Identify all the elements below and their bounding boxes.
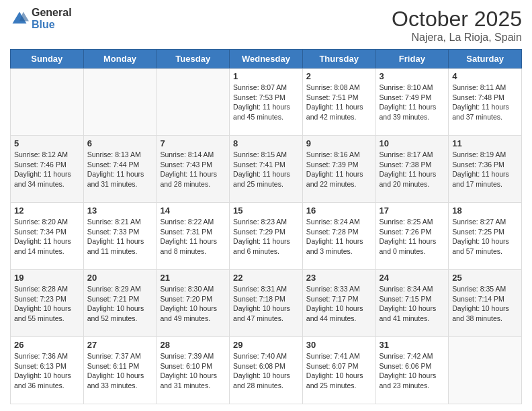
calendar-cell: 13Sunrise: 8:21 AMSunset: 7:33 PMDayligh… (83, 203, 157, 270)
daylight-text: Daylight: 11 hours and 31 minutes. (87, 170, 144, 188)
sunset-text: Sunset: 7:25 PM (452, 228, 504, 236)
day-number: 18 (452, 205, 518, 216)
sunrise-text: Sunrise: 8:07 AM (233, 83, 287, 91)
daylight-text: Daylight: 10 hours and 23 minutes. (380, 371, 437, 390)
sunrise-text: Sunrise: 8:35 AM (452, 285, 506, 293)
day-info: Sunrise: 7:39 AMSunset: 6:10 PMDaylight:… (160, 351, 226, 391)
calendar-weekday-sunday: Sunday (11, 50, 84, 68)
sunset-text: Sunset: 7:26 PM (380, 228, 432, 236)
day-info: Sunrise: 7:41 AMSunset: 6:07 PMDaylight:… (306, 351, 372, 391)
day-info: Sunrise: 7:40 AMSunset: 6:08 PMDaylight:… (233, 351, 299, 391)
sunset-text: Sunset: 7:44 PM (87, 161, 140, 169)
calendar-table: SundayMondayTuesdayWednesdayThursdayFrid… (10, 49, 522, 404)
daylight-text: Daylight: 10 hours and 49 minutes. (160, 304, 217, 322)
day-info: Sunrise: 8:27 AMSunset: 7:25 PMDaylight:… (452, 217, 518, 257)
day-info: Sunrise: 8:20 AMSunset: 7:34 PMDaylight:… (14, 217, 80, 257)
calendar-week-row: 19Sunrise: 8:28 AMSunset: 7:23 PMDayligh… (11, 270, 522, 337)
calendar-cell: 12Sunrise: 8:20 AMSunset: 7:34 PMDayligh… (11, 203, 84, 270)
calendar-cell (449, 337, 522, 404)
calendar-week-row: 1Sunrise: 8:07 AMSunset: 7:53 PMDaylight… (11, 68, 522, 136)
sunset-text: Sunset: 7:49 PM (380, 93, 432, 101)
day-number: 6 (87, 138, 153, 148)
daylight-text: Daylight: 11 hours and 28 minutes. (160, 170, 217, 188)
sunrise-text: Sunrise: 8:14 AM (160, 150, 214, 158)
sunrise-text: Sunrise: 8:13 AM (87, 150, 141, 158)
day-number: 16 (306, 205, 372, 216)
calendar-cell: 29Sunrise: 7:40 AMSunset: 6:08 PMDayligh… (230, 337, 303, 404)
calendar-cell: 10Sunrise: 8:17 AMSunset: 7:38 PMDayligh… (375, 136, 449, 203)
calendar-cell: 31Sunrise: 7:42 AMSunset: 6:06 PMDayligh… (375, 337, 449, 404)
calendar-weekday-saturday: Saturday (449, 50, 522, 68)
day-info: Sunrise: 8:29 AMSunset: 7:21 PMDaylight:… (87, 284, 153, 324)
sunset-text: Sunset: 7:38 PM (380, 161, 432, 169)
daylight-text: Daylight: 10 hours and 44 minutes. (306, 304, 363, 322)
day-number: 1 (233, 71, 299, 81)
daylight-text: Daylight: 11 hours and 14 minutes. (14, 237, 71, 255)
day-number: 7 (160, 138, 226, 148)
calendar-cell (11, 68, 84, 136)
day-info: Sunrise: 7:42 AMSunset: 6:06 PMDaylight:… (380, 351, 445, 391)
day-info: Sunrise: 7:36 AMSunset: 6:13 PMDaylight:… (14, 351, 80, 391)
daylight-text: Daylight: 11 hours and 3 minutes. (306, 237, 363, 255)
calendar-week-row: 12Sunrise: 8:20 AMSunset: 7:34 PMDayligh… (11, 203, 522, 270)
sunrise-text: Sunrise: 8:11 AM (452, 83, 506, 91)
day-info: Sunrise: 8:12 AMSunset: 7:46 PMDaylight:… (14, 150, 80, 189)
day-info: Sunrise: 8:22 AMSunset: 7:31 PMDaylight:… (160, 217, 226, 257)
calendar-cell: 22Sunrise: 8:31 AMSunset: 7:18 PMDayligh… (230, 270, 303, 337)
sunset-text: Sunset: 7:33 PM (87, 228, 140, 236)
sunrise-text: Sunrise: 8:28 AM (14, 285, 68, 293)
day-info: Sunrise: 8:34 AMSunset: 7:15 PMDaylight:… (380, 284, 445, 324)
calendar-cell: 21Sunrise: 8:30 AMSunset: 7:20 PMDayligh… (157, 270, 230, 337)
calendar-cell: 11Sunrise: 8:19 AMSunset: 7:36 PMDayligh… (449, 136, 522, 203)
title-block: October 2025 Najera, La Rioja, Spain (392, 7, 522, 44)
sunrise-text: Sunrise: 8:27 AM (452, 218, 506, 226)
sunset-text: Sunset: 7:36 PM (452, 161, 504, 169)
calendar-cell: 28Sunrise: 7:39 AMSunset: 6:10 PMDayligh… (157, 337, 230, 404)
day-info: Sunrise: 8:11 AMSunset: 7:48 PMDaylight:… (452, 83, 518, 122)
calendar-cell: 6Sunrise: 8:13 AMSunset: 7:44 PMDaylight… (83, 136, 157, 203)
sunset-text: Sunset: 6:06 PM (380, 362, 432, 370)
calendar-cell: 18Sunrise: 8:27 AMSunset: 7:25 PMDayligh… (449, 203, 522, 270)
calendar-weekday-monday: Monday (83, 50, 157, 68)
sunset-text: Sunset: 6:08 PM (233, 362, 285, 370)
calendar-cell: 30Sunrise: 7:41 AMSunset: 6:07 PMDayligh… (302, 337, 375, 404)
calendar-cell: 24Sunrise: 8:34 AMSunset: 7:15 PMDayligh… (375, 270, 449, 337)
daylight-text: Daylight: 11 hours and 11 minutes. (87, 237, 144, 255)
sunrise-text: Sunrise: 8:17 AM (380, 150, 433, 158)
sunrise-text: Sunrise: 8:34 AM (380, 285, 433, 293)
day-info: Sunrise: 8:33 AMSunset: 7:17 PMDaylight:… (306, 284, 372, 324)
calendar-cell: 7Sunrise: 8:14 AMSunset: 7:43 PMDaylight… (157, 136, 230, 203)
sunset-text: Sunset: 7:18 PM (233, 295, 285, 303)
calendar-cell: 14Sunrise: 8:22 AMSunset: 7:31 PMDayligh… (157, 203, 230, 270)
logo-general-label: General (32, 7, 72, 19)
daylight-text: Daylight: 11 hours and 37 minutes. (452, 103, 509, 121)
sunrise-text: Sunrise: 8:23 AM (233, 218, 287, 226)
sunset-text: Sunset: 7:48 PM (452, 93, 504, 101)
daylight-text: Daylight: 10 hours and 28 minutes. (233, 371, 290, 390)
day-info: Sunrise: 8:13 AMSunset: 7:44 PMDaylight:… (87, 150, 153, 189)
sunset-text: Sunset: 7:46 PM (14, 161, 66, 169)
sunrise-text: Sunrise: 8:25 AM (380, 218, 433, 226)
calendar-cell: 23Sunrise: 8:33 AMSunset: 7:17 PMDayligh… (302, 270, 375, 337)
day-info: Sunrise: 8:10 AMSunset: 7:49 PMDaylight:… (380, 83, 445, 122)
sunset-text: Sunset: 7:31 PM (160, 228, 212, 236)
day-number: 5 (14, 138, 80, 148)
day-number: 21 (160, 273, 226, 283)
sunset-text: Sunset: 7:15 PM (380, 295, 432, 303)
calendar-cell: 1Sunrise: 8:07 AMSunset: 7:53 PMDaylight… (230, 68, 303, 136)
day-number: 14 (160, 205, 226, 216)
daylight-text: Daylight: 11 hours and 20 minutes. (380, 170, 437, 188)
day-info: Sunrise: 8:16 AMSunset: 7:39 PMDaylight:… (306, 150, 372, 189)
day-number: 10 (380, 138, 445, 148)
logo-blue-label: Blue (32, 19, 72, 31)
day-number: 13 (87, 205, 153, 216)
sunset-text: Sunset: 7:29 PM (233, 228, 285, 236)
calendar-weekday-friday: Friday (375, 50, 449, 68)
daylight-text: Daylight: 11 hours and 17 minutes. (452, 170, 509, 188)
calendar-cell: 9Sunrise: 8:16 AMSunset: 7:39 PMDaylight… (302, 136, 375, 203)
sunrise-text: Sunrise: 7:40 AM (233, 352, 287, 360)
sunrise-text: Sunrise: 8:30 AM (160, 285, 214, 293)
sunrise-text: Sunrise: 8:33 AM (306, 285, 360, 293)
day-info: Sunrise: 8:24 AMSunset: 7:28 PMDaylight:… (306, 217, 372, 257)
sunrise-text: Sunrise: 7:41 AM (306, 352, 360, 360)
